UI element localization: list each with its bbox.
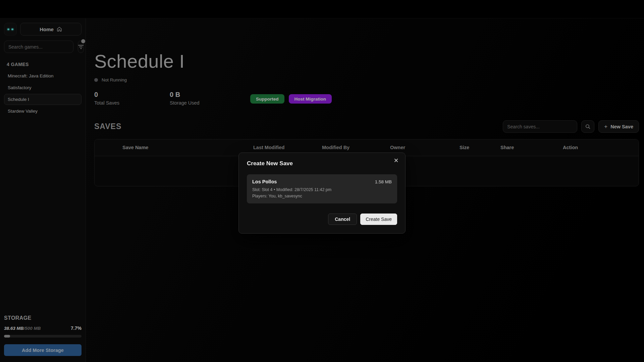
create-save-button[interactable]: Create Save	[360, 214, 397, 225]
save-slot-name: Los Pollos	[252, 179, 277, 184]
create-new-save-dialog: Create New Save ✕ Los Pollos 1.58 MB Slo…	[238, 153, 406, 234]
save-slot-meta: Slot: Slot 4 • Modified: 28/7/2025 11:42…	[252, 187, 392, 192]
save-slot-players: Players: You, kb_savesync	[252, 194, 392, 198]
dialog-title: Create New Save	[247, 160, 397, 167]
save-slot-size: 1.58 MB	[375, 179, 392, 184]
modal-overlay[interactable]: Create New Save ✕ Los Pollos 1.58 MB Slo…	[0, 0, 644, 362]
save-slot-card[interactable]: Los Pollos 1.58 MB Slot: Slot 4 • Modifi…	[247, 174, 397, 203]
cancel-button[interactable]: Cancel	[328, 214, 357, 225]
close-icon[interactable]: ✕	[392, 156, 400, 165]
